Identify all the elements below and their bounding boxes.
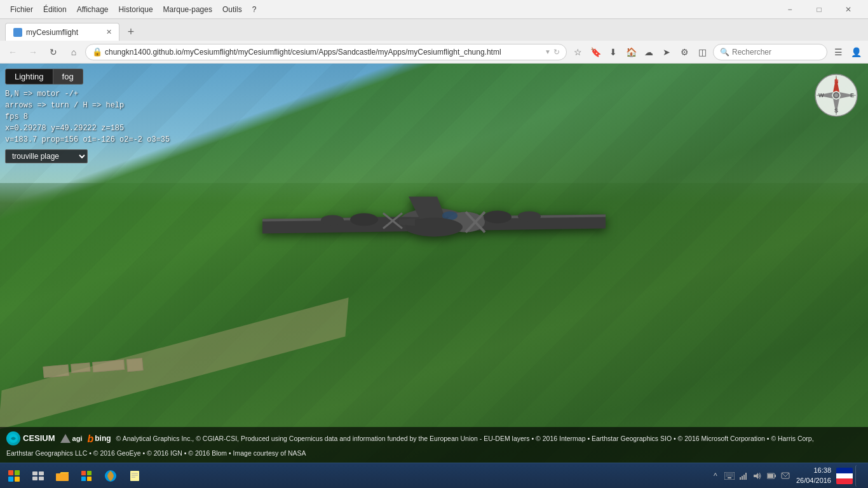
svg-point-8 <box>321 215 344 226</box>
svg-rect-33 <box>32 471 37 475</box>
bookmark-star-icon[interactable]: ☆ <box>569 44 586 60</box>
title-bar: Fichier Édition Affichage Historique Mar… <box>0 0 868 19</box>
refresh-button[interactable]: ↻ <box>44 43 62 61</box>
nav-extra-icons: ☰ 👤 <box>830 44 864 60</box>
language-flag[interactable] <box>836 468 853 484</box>
svg-rect-36 <box>39 477 44 480</box>
clock-date: 26/04/2016 <box>796 476 831 485</box>
tray-network-icon[interactable] <box>738 470 749 482</box>
url-bar[interactable]: 🔒 ▼ ↻ <box>85 44 567 60</box>
svg-point-6 <box>350 214 378 226</box>
pocket-icon[interactable]: ◫ <box>694 44 710 60</box>
back-button[interactable]: ← <box>4 43 22 61</box>
search-bar[interactable]: 🔍 <box>713 44 827 60</box>
maximize-button[interactable]: □ <box>804 0 834 19</box>
nav-icons: ☆ 🔖 ⬇ 🏠 ☁ ➤ ⚙ ◫ <box>569 44 710 60</box>
notes-button[interactable] <box>123 465 146 487</box>
cesium-logo: CESIUM <box>6 431 55 445</box>
svg-rect-43 <box>130 471 139 481</box>
search-input[interactable] <box>732 48 827 57</box>
flight-info-fps: fps 8 <box>5 111 170 123</box>
firefox-sync-icon[interactable]: ☁ <box>641 44 657 60</box>
clock-display[interactable]: 16:38 26/04/2016 <box>794 466 834 485</box>
svg-rect-51 <box>740 477 741 480</box>
bookmark-icon[interactable]: 🔖 <box>587 44 604 60</box>
start-button[interactable] <box>3 464 25 487</box>
tray-keyboard-icon[interactable] <box>724 470 735 482</box>
cesium-viewport[interactable]: N S E W Lighting fog B,N => <box>0 64 868 463</box>
close-button[interactable]: ✕ <box>834 0 863 19</box>
ui-overlay: Lighting fog B,N => motor -/+ arrows => … <box>5 69 170 163</box>
fog-button[interactable]: fog <box>53 69 83 85</box>
compass-rose: N S E W <box>814 73 858 118</box>
tab-close-button[interactable]: ✕ <box>104 27 114 37</box>
agi-logo: agi <box>60 433 83 445</box>
svg-rect-54 <box>745 473 747 480</box>
airplane-model <box>250 159 618 288</box>
menu-fichier[interactable]: Fichier <box>6 4 37 15</box>
svg-point-23 <box>834 93 838 97</box>
windows-logo <box>8 470 20 482</box>
firefox-button[interactable] <box>99 465 122 487</box>
menu-affichage[interactable]: Affichage <box>73 4 112 15</box>
svg-rect-35 <box>32 477 37 480</box>
location-selector[interactable]: trouville plage paris mont blanc nice <box>5 149 170 163</box>
cesium-icon <box>6 431 20 445</box>
svg-rect-57 <box>775 475 776 477</box>
profile-icon[interactable]: 👤 <box>848 44 864 60</box>
clock-time: 16:38 <box>796 466 831 475</box>
share-icon[interactable]: ➤ <box>658 44 675 60</box>
tray-expand-icon[interactable]: ^ <box>710 470 721 482</box>
menu-edition[interactable]: Édition <box>39 4 71 15</box>
flight-info-line1: B,N => motor -/+ <box>5 88 170 100</box>
show-desktop-button[interactable] <box>855 465 860 487</box>
svg-rect-53 <box>743 475 745 480</box>
url-input[interactable] <box>105 48 542 57</box>
control-buttons: Lighting fog <box>5 69 170 85</box>
sidebar-icon[interactable]: ☰ <box>830 44 846 60</box>
window-controls: − □ ✕ <box>775 0 865 19</box>
tab-favicon <box>13 28 22 37</box>
copyright-bar: CESIUM agi b bing © Analytical Graphics … <box>0 427 868 463</box>
home-nav-icon[interactable]: 🏠 <box>623 44 639 60</box>
lighting-button[interactable]: Lighting <box>5 69 53 85</box>
url-refresh-icon[interactable]: ↻ <box>553 48 560 57</box>
tray-message-icon[interactable] <box>780 470 791 482</box>
browser-tab[interactable]: myCesiumflight ✕ <box>5 23 119 41</box>
tray-battery-icon[interactable] <box>766 470 777 482</box>
store-button[interactable] <box>75 465 98 487</box>
system-tray: ^ <box>705 465 865 487</box>
file-explorer-button[interactable] <box>51 465 74 487</box>
menu-help[interactable]: ? <box>248 4 261 15</box>
taskbar: ^ <box>0 463 868 488</box>
menu-historique[interactable]: Historique <box>115 4 157 15</box>
minimize-button[interactable]: − <box>775 0 804 19</box>
location-dropdown[interactable]: trouville plage paris mont blanc nice <box>5 149 88 163</box>
cesium-label: CESIUM <box>23 432 55 445</box>
nav-bar: ← → ↻ ⌂ 🔒 ▼ ↻ ☆ 🔖 ⬇ 🏠 ☁ ➤ ⚙ ◫ 🔍 ☰ 👤 <box>0 41 868 64</box>
svg-rect-38 <box>81 471 86 475</box>
new-tab-button[interactable]: + <box>122 23 140 41</box>
home-button[interactable]: ⌂ <box>65 43 83 61</box>
url-dropdown-icon[interactable]: ▼ <box>545 48 551 55</box>
menu-outils[interactable]: Outils <box>219 4 246 15</box>
svg-rect-41 <box>87 477 92 481</box>
extensions-icon[interactable]: ⚙ <box>676 44 693 60</box>
tray-sound-icon[interactable] <box>752 470 763 482</box>
svg-text:N: N <box>834 78 839 85</box>
svg-rect-58 <box>768 474 773 478</box>
menu-marque-pages[interactable]: Marque-pages <box>159 4 216 15</box>
svg-rect-34 <box>39 471 44 475</box>
download-icon[interactable]: ⬇ <box>605 44 621 60</box>
copyright-text-line2: Earthstar Geographics LLC • © 2016 GeoEy… <box>6 448 862 459</box>
forward-button[interactable]: → <box>24 43 42 61</box>
svg-rect-40 <box>81 477 86 481</box>
svg-rect-37 <box>56 473 69 481</box>
task-view-button[interactable] <box>27 465 50 487</box>
flight-info-velocity: v=183.7 prop=156 o1=-126 o2=-2 o3=35 <box>5 134 170 146</box>
svg-text:W: W <box>818 92 824 98</box>
svg-rect-52 <box>742 476 743 480</box>
bing-label: bing <box>95 433 111 445</box>
tab-bar: myCesiumflight ✕ + <box>0 19 868 41</box>
menu-bar: Fichier Édition Affichage Historique Mar… <box>3 4 264 15</box>
